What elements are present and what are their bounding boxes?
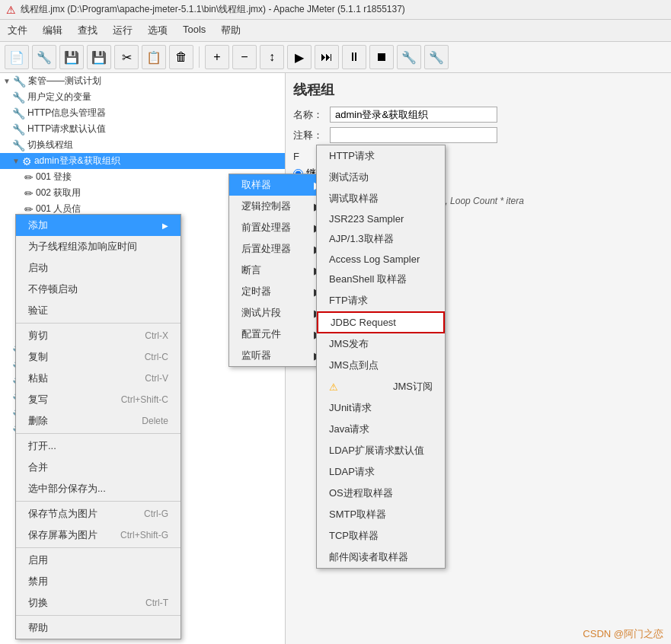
tree-item-test-plan[interactable]: ▼🔧案管——测试计划	[0, 73, 285, 89]
sm2-item-HTTP请求[interactable]: HTTP请求	[317, 145, 445, 167]
tree-label-item-001-1: 001 登接	[36, 171, 72, 183]
menu-item-运行[interactable]: 运行	[105, 21, 140, 40]
toolbar-btn-8[interactable]: −	[232, 45, 257, 69]
ctx-item-粘贴[interactable]: 粘贴Ctrl-V	[16, 368, 181, 389]
panel-title: 线程组	[293, 81, 663, 99]
sm2-label: LDAP请求	[329, 465, 375, 479]
toolbar-btn-3[interactable]: 💾	[87, 45, 111, 69]
sm2-item-测试活动[interactable]: 测试活动	[317, 167, 445, 188]
ctx-shortcut: Ctrl-X	[145, 330, 168, 341]
toolbar-btn-1[interactable]: 🔧	[32, 45, 56, 69]
sm1-label: 测试片段	[241, 306, 281, 320]
sm2-item-AccessLogSampler[interactable]: Access Log Sampler	[317, 250, 445, 269]
sm2-item-LDAP请求[interactable]: LDAP请求	[317, 461, 445, 483]
ctx-item-选中部分保存为...[interactable]: 选中部分保存为...	[16, 478, 181, 499]
ctx-item-验证[interactable]: 验证	[16, 300, 181, 321]
ctx-label: 粘贴	[28, 371, 48, 385]
tree-item-http-header[interactable]: 🔧HTTP信息头管理器	[0, 105, 285, 121]
ctx-item-禁用[interactable]: 禁用	[16, 571, 181, 592]
toolbar-btn-2[interactable]: 💾	[59, 45, 84, 69]
tree-icon-user-vars: 🔧	[12, 91, 25, 104]
ctx-item-保存节点为图片[interactable]: 保存节点为图片Ctrl-G	[16, 503, 181, 524]
sm2-label: HTTP请求	[329, 149, 375, 163]
sm2-item-BeanShell取样器[interactable]: BeanShell 取样器	[317, 269, 445, 290]
sm2-item-AJP/1.3取样器[interactable]: AJP/1.3取样器	[317, 228, 445, 250]
ctx-label: 验证	[28, 304, 48, 317]
ctx-shortcut: Ctrl-T	[145, 598, 168, 608]
ctx-item-复写[interactable]: 复写Ctrl+Shift-C	[16, 389, 181, 410]
ctx-item-合并[interactable]: 合并	[16, 457, 181, 478]
sm2-item-OS进程取样器[interactable]: OS进程取样器	[317, 483, 445, 504]
ctx-item-切换[interactable]: 切换Ctrl-T	[16, 592, 181, 614]
toolbar-btn-4[interactable]: ✂	[114, 45, 139, 69]
toolbar-btn-9[interactable]: ↕	[260, 45, 284, 69]
tree-label-http-header: HTTP信息头管理器	[27, 107, 106, 120]
menu-bar: 文件编辑查找运行选项Tools帮助	[0, 20, 671, 42]
sm2-item-FTP请求[interactable]: FTP请求	[317, 290, 445, 311]
sm2-item-JMS点到点[interactable]: JMS点到点	[317, 355, 445, 376]
tree-item-http-auth[interactable]: 🔧HTTP请求默认认值	[0, 121, 285, 137]
ctx-shortcut: Ctrl+Shift-G	[120, 530, 168, 540]
menu-item-文件[interactable]: 文件	[0, 21, 35, 40]
ctx-label: 切换	[28, 596, 48, 610]
menu-item-帮助[interactable]: 帮助	[213, 21, 248, 40]
name-row: 名称：	[293, 107, 663, 123]
menu-item-Tools[interactable]: Tools	[175, 21, 213, 40]
tree-item-user-vars[interactable]: 🔧用户定义的变量	[0, 89, 285, 105]
menu-item-选项[interactable]: 选项	[140, 21, 175, 40]
ctx-item-打开...[interactable]: 打开...	[16, 435, 181, 457]
toolbar-btn-7[interactable]: +	[205, 45, 229, 69]
ctx-item-为子线程组添加响应时间[interactable]: 为子线程组添加响应时间	[16, 236, 181, 257]
tree-item-switch-group[interactable]: 🔧切换线程组	[0, 137, 285, 153]
ctx-item-删除[interactable]: 删除Delete	[16, 410, 181, 432]
sm1-label: 断言	[241, 263, 261, 277]
ctx-item-启用[interactable]: 启用	[16, 550, 181, 571]
sm2-label: TCP取样器	[329, 529, 379, 543]
sm2-item-Java请求[interactable]: Java请求	[317, 419, 445, 440]
submenu2: HTTP请求测试活动调试取样器JSR223 SamplerAJP/1.3取样器A…	[316, 145, 446, 569]
sm2-label: LDAP扩展请求默认值	[329, 444, 424, 457]
sm2-item-LDAP扩展请求默认值[interactable]: LDAP扩展请求默认值	[317, 440, 445, 461]
menu-item-编辑[interactable]: 编辑	[35, 21, 70, 40]
sm2-item-JDBCRequest[interactable]: JDBC Request	[317, 311, 445, 333]
toolbar-btn-14[interactable]: 🔧	[397, 45, 421, 69]
ctx-item-保存屏幕为图片[interactable]: 保存屏幕为图片Ctrl+Shift-G	[16, 524, 181, 546]
menu-item-查找[interactable]: 查找	[70, 21, 105, 40]
toolbar: 📄🔧💾💾✂📋🗑+−↕▶⏭⏸⏹🔧🔧	[0, 42, 671, 73]
ctx-item-不停顿启动[interactable]: 不停顿启动	[16, 279, 181, 300]
sm2-item-TCP取样器[interactable]: TCP取样器	[317, 525, 445, 547]
toolbar-btn-12[interactable]: ⏸	[342, 45, 366, 69]
sm2-item-JUnit请求[interactable]: JUnit请求	[317, 397, 445, 419]
sm2-item-JMS发布[interactable]: JMS发布	[317, 333, 445, 355]
ctx-label: 禁用	[28, 575, 48, 588]
ctx-item-复制[interactable]: 复制Ctrl-C	[16, 346, 181, 368]
ctx-item-添加[interactable]: 添加▶	[16, 215, 181, 236]
ctx-label: 合并	[28, 461, 48, 474]
sm2-item-SMTP取样器[interactable]: SMTP取样器	[317, 504, 445, 525]
toolbar-btn-0[interactable]: 📄	[5, 45, 29, 69]
ctx-item-剪切[interactable]: 剪切Ctrl-X	[16, 325, 181, 346]
sm2-item-JMS订阅[interactable]: ⚠ JMS订阅	[317, 376, 445, 397]
sm2-label: SMTP取样器	[329, 508, 386, 521]
tree-icon-test-plan: 🔧	[13, 75, 26, 88]
toolbar-btn-13[interactable]: ⏹	[369, 45, 394, 69]
ctx-item-帮助[interactable]: 帮助	[16, 617, 181, 639]
sm2-item-JSR223Sampler[interactable]: JSR223 Sampler	[317, 209, 445, 228]
tree-label-user-vars: 用户定义的变量	[27, 91, 91, 104]
toolbar-btn-11[interactable]: ⏭	[315, 45, 339, 69]
toolbar-btn-10[interactable]: ▶	[287, 45, 312, 69]
toolbar-btn-5[interactable]: 📋	[142, 45, 166, 69]
sm2-item-调试取样器[interactable]: 调试取样器	[317, 188, 445, 209]
comment-input[interactable]	[330, 127, 497, 143]
toolbar-btn-6[interactable]: 🗑	[169, 45, 193, 69]
toolbar-btn-15[interactable]: 🔧	[424, 45, 449, 69]
ctx-sep	[16, 433, 181, 434]
sm2-item-邮件阅读者取样器[interactable]: 邮件阅读者取样器	[317, 547, 445, 568]
tree-item-admin-group[interactable]: ▼⚙admin登录&获取组织	[0, 153, 285, 169]
action-label-f: F	[293, 151, 299, 162]
ctx-item-启动[interactable]: 启动	[16, 257, 181, 279]
tree-label-test-plan: 案管——测试计划	[28, 75, 101, 88]
comment-label: 注释：	[293, 129, 324, 142]
name-input[interactable]	[330, 107, 497, 123]
sm2-label: OS进程取样器	[329, 486, 393, 500]
